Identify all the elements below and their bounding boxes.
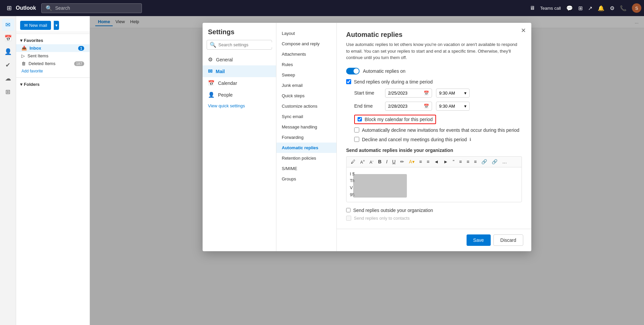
save-button[interactable]: Save xyxy=(467,234,491,246)
new-mail-button[interactable]: ✉ New mail xyxy=(20,21,51,30)
editor-area[interactable]: I $ Th V 95 xyxy=(346,167,522,202)
sent-label: Sent Items xyxy=(28,53,48,58)
panel-title: Automatic replies xyxy=(346,31,522,39)
discard-button[interactable]: Discard xyxy=(493,234,523,246)
settings-panel: ✕ Settings 🔍 ⚙ General ✉ Mail xyxy=(203,23,531,251)
submenu-groups[interactable]: Groups xyxy=(276,174,336,184)
tb-highlight[interactable]: ✏ xyxy=(398,158,406,165)
settings-nav-mail[interactable]: ✉ Mail xyxy=(203,65,276,77)
block-calendar-wrapper: Block my calendar for this period xyxy=(354,115,522,124)
settings-modal-overlay: ✕ Settings 🔍 ⚙ General ✉ Mail xyxy=(90,16,644,325)
end-time-value: 9:30 AM xyxy=(439,104,455,109)
app-tabs: ✉ 📅 👤 ✔ ☁ ⊞ xyxy=(0,16,16,325)
tb-more[interactable]: … xyxy=(500,158,508,165)
submenu-retention[interactable]: Retention policies xyxy=(276,153,336,163)
new-mail-dropdown[interactable]: ▾ xyxy=(54,21,59,30)
send-contacts-checkbox[interactable] xyxy=(346,216,351,221)
settings-search-input[interactable] xyxy=(218,42,275,47)
tb-font-color[interactable]: A▾ xyxy=(407,158,416,165)
teams-call-label[interactable]: Teams call xyxy=(540,6,561,11)
start-date-value: 2/25/2023 xyxy=(388,91,408,96)
tb-font-size-large[interactable]: A+ xyxy=(359,158,367,166)
submenu-smime[interactable]: S/MIME xyxy=(276,163,336,174)
arrow-icon[interactable]: ↗ xyxy=(588,5,592,11)
tb-quote[interactable]: " xyxy=(451,158,456,165)
submenu-sync[interactable]: Sync email xyxy=(276,111,336,122)
settings-nav-calendar[interactable]: 📅 Calendar xyxy=(203,77,276,89)
submenu-attachments[interactable]: Attachments xyxy=(276,49,336,59)
info-icon[interactable]: ℹ xyxy=(470,137,471,142)
avatar[interactable]: S xyxy=(632,3,641,13)
sidebar-item-inbox[interactable]: 📥 Inbox 1 xyxy=(16,44,90,52)
tb-font-size-small[interactable]: A- xyxy=(368,158,375,166)
add-favorite-link[interactable]: Add favorite xyxy=(16,67,90,75)
sidebar: ✉ New mail ▾ ▾ Favorites 📥 Inbox 1 ▷ Sen… xyxy=(16,16,90,325)
calendar-nav-icon: 📅 xyxy=(208,80,215,86)
submenu-automatic-replies[interactable]: Automatic replies xyxy=(276,143,336,153)
tb-numbering[interactable]: ≡ xyxy=(425,158,431,165)
settings-nav-people[interactable]: 👤 People xyxy=(203,89,276,101)
submenu-message-handling[interactable]: Message handling xyxy=(276,122,336,132)
submenu-compose-reply[interactable]: Compose and reply xyxy=(276,39,336,49)
tb-align-center[interactable]: ≡ xyxy=(465,158,471,165)
submenu-quicksteps[interactable]: Quick steps xyxy=(276,91,336,101)
tb-bold[interactable]: B xyxy=(376,158,383,165)
gear-icon[interactable]: ⚙ xyxy=(610,5,614,11)
grid-icon[interactable]: ⊞ xyxy=(578,5,583,11)
auto-replies-toggle[interactable] xyxy=(346,68,360,74)
app-tab-onedrive[interactable]: ☁ xyxy=(2,72,14,85)
sidebar-item-sent[interactable]: ▷ Sent Items xyxy=(16,52,90,60)
end-time-select[interactable]: 9:30 AM ▾ xyxy=(436,102,470,111)
app-tab-mail[interactable]: ✉ xyxy=(2,19,14,31)
sidebar-item-deleted[interactable]: 🗑 Deleted Items 187 xyxy=(16,60,90,67)
tb-outdent[interactable]: ◄ xyxy=(432,158,440,165)
send-contacts-label: Send replies only to contacts xyxy=(354,216,410,221)
waffle-icon[interactable]: ⊞ xyxy=(5,3,13,13)
tb-format-icon[interactable]: 🖊 xyxy=(349,158,357,165)
tb-bullets[interactable]: ≡ xyxy=(418,158,424,165)
phone-icon[interactable]: 📞 xyxy=(620,5,627,11)
tb-unlink[interactable]: 🔗 xyxy=(490,158,499,165)
bell-icon[interactable]: 🔔 xyxy=(598,5,604,11)
app-tab-people[interactable]: 👤 xyxy=(2,46,14,58)
search-input[interactable] xyxy=(55,5,136,11)
search-bar[interactable]: 🔍 xyxy=(41,3,142,13)
inbox-icon: 📥 xyxy=(21,46,27,51)
calendar-icon[interactable]: 📅 xyxy=(424,91,429,96)
settings-nav-general[interactable]: ⚙ General xyxy=(203,54,276,65)
folders-header[interactable]: ▾ Folders xyxy=(16,80,90,88)
app-tab-apps[interactable]: ⊞ xyxy=(2,86,14,98)
decline-cancel-checkbox[interactable] xyxy=(354,137,359,142)
tb-italic[interactable]: I xyxy=(384,158,389,165)
start-date-input[interactable]: 2/25/2023 📅 xyxy=(385,89,432,98)
submenu-rules[interactable]: Rules xyxy=(276,59,336,70)
submenu-layout[interactable]: Layout xyxy=(276,28,336,39)
block-calendar-checkbox[interactable] xyxy=(358,117,362,121)
tb-align-left[interactable]: ≡ xyxy=(458,158,464,165)
monitor-icon[interactable]: 🖥 xyxy=(530,5,535,11)
auto-decline-label: Automatically decline new invitations fo… xyxy=(362,127,519,133)
favorites-header[interactable]: ▾ Favorites xyxy=(16,37,90,44)
close-button[interactable]: ✕ xyxy=(521,27,526,34)
start-time-select[interactable]: 9:30 AM ▾ xyxy=(436,89,470,98)
view-quick-settings-link[interactable]: View quick settings xyxy=(203,101,276,111)
submenu-forwarding[interactable]: Forwarding xyxy=(276,132,336,143)
send-outside-checkbox[interactable] xyxy=(346,208,351,212)
chevron-down-icon: ▾ xyxy=(464,91,467,96)
end-date-input[interactable]: 2/28/2023 📅 xyxy=(385,102,432,111)
auto-decline-checkbox[interactable] xyxy=(354,127,359,132)
tb-link[interactable]: 🔗 xyxy=(480,158,489,165)
tb-align-right[interactable]: ≡ xyxy=(472,158,478,165)
settings-search[interactable]: 🔍 xyxy=(207,40,272,50)
app-tab-tasks[interactable]: ✔ xyxy=(2,59,14,71)
tb-underline[interactable]: U xyxy=(390,158,397,165)
submenu-sweep[interactable]: Sweep xyxy=(276,70,336,80)
calendar-icon-end[interactable]: 📅 xyxy=(424,104,429,109)
tb-indent[interactable]: ► xyxy=(442,158,450,165)
send-period-checkbox[interactable] xyxy=(346,79,351,84)
ribbon: ✉ New mail ▾ xyxy=(16,19,90,32)
app-tab-calendar[interactable]: 📅 xyxy=(2,32,14,44)
chat-icon[interactable]: 💬 xyxy=(566,5,573,11)
submenu-customize[interactable]: Customize actions xyxy=(276,101,336,111)
submenu-junk[interactable]: Junk email xyxy=(276,80,336,91)
